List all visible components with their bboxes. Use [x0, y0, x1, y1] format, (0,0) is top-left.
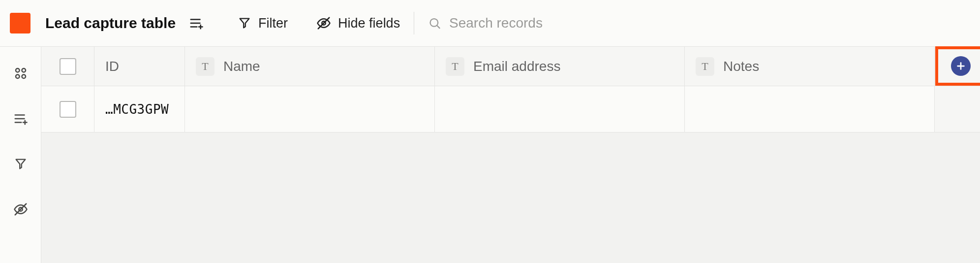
toolbar-divider [414, 12, 414, 34]
row-checkbox-cell [41, 86, 94, 132]
grid-empty-area [41, 132, 980, 263]
header-name-label: Name [223, 59, 260, 74]
filter-icon [14, 157, 28, 171]
header-checkbox-cell [41, 47, 94, 86]
search-wrap[interactable] [428, 15, 970, 31]
add-row-icon-btn[interactable] [186, 13, 206, 33]
row-id-cell[interactable]: …MCG3GPW [94, 86, 185, 132]
svg-point-12 [22, 75, 26, 79]
sidebar-filter-button[interactable] [11, 154, 31, 174]
eye-off-icon [13, 202, 28, 217]
select-all-checkbox[interactable] [60, 58, 76, 75]
search-input[interactable] [449, 15, 970, 31]
search-icon [428, 16, 441, 30]
header-email-label: Email address [473, 59, 560, 74]
eye-off-icon [316, 16, 331, 31]
row-name-cell[interactable] [185, 86, 435, 132]
header-notes[interactable]: T Notes [685, 47, 935, 86]
header-add-column [935, 47, 980, 86]
svg-point-11 [16, 75, 20, 79]
header-row: ID T Name T Email address T Notes [41, 47, 980, 86]
add-column-highlight [935, 46, 980, 86]
add-row-icon [13, 111, 28, 126]
header-notes-label: Notes [723, 59, 759, 74]
svg-point-9 [16, 68, 20, 72]
header-id[interactable]: ID [94, 47, 185, 86]
groups-icon [13, 66, 28, 81]
row-notes-cell[interactable] [685, 86, 935, 132]
add-row-icon [189, 16, 204, 31]
sidebar-hide-fields-button[interactable] [11, 199, 31, 219]
row-checkbox[interactable] [60, 101, 76, 118]
row-add-cell [935, 86, 980, 132]
grid: ID T Name T Email address T Notes [41, 47, 980, 263]
text-type-icon: T [446, 57, 464, 76]
svg-line-8 [437, 26, 440, 28]
hide-fields-button[interactable]: Hide fields [316, 16, 400, 31]
main: ID T Name T Email address T Notes [0, 47, 980, 263]
header-email[interactable]: T Email address [435, 47, 685, 86]
sidebar-add-row-button[interactable] [11, 109, 31, 129]
topbar: Lead capture table Filter Hide fields [0, 0, 980, 47]
row-email-cell[interactable] [435, 86, 685, 132]
header-name[interactable]: T Name [185, 47, 435, 86]
plus-icon [955, 61, 966, 71]
filter-button[interactable]: Filter [238, 16, 288, 31]
table-row[interactable]: …MCG3GPW [41, 86, 980, 132]
add-column-button[interactable] [951, 56, 971, 76]
table-title: Lead capture table [45, 15, 176, 32]
row-id-value: …MCG3GPW [105, 102, 169, 117]
filter-label: Filter [258, 16, 288, 31]
brand-square[interactable] [10, 13, 31, 33]
hide-fields-label: Hide fields [338, 16, 400, 31]
filter-icon [238, 16, 251, 30]
sidebar-groups-button[interactable] [11, 64, 31, 83]
text-type-icon: T [196, 57, 214, 76]
text-type-icon: T [696, 57, 714, 76]
header-id-label: ID [105, 59, 119, 74]
sidebar [0, 47, 41, 263]
svg-point-10 [22, 68, 26, 72]
